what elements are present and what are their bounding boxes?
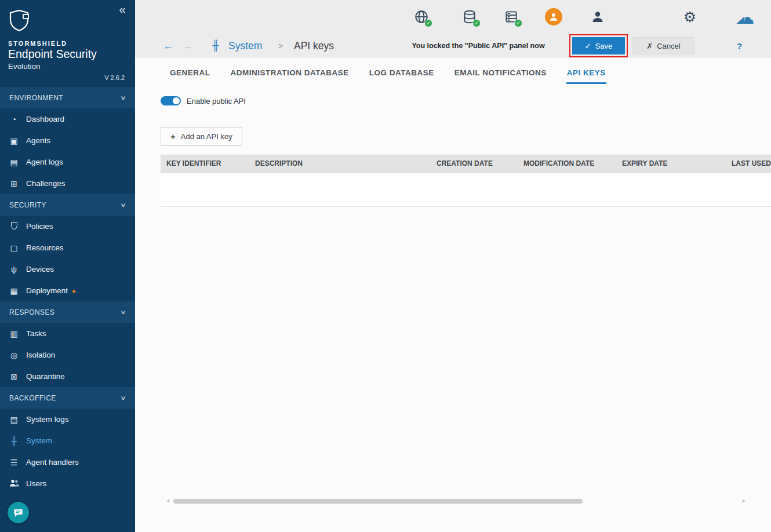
column-modification-date[interactable]: MODIFICATION DATE [523,155,594,172]
sidebar-item-devices[interactable]: ψ Devices [0,258,135,280]
users-icon [9,479,19,488]
isolation-icon: ◎ [9,351,19,359]
section-label: SECURITY [9,201,46,209]
column-key-identifier[interactable]: KEY IDENTIFIER [166,155,221,172]
column-expiry-date[interactable]: EXPIRY DATE [622,155,667,172]
deployment-notification-dot: ● [72,287,76,294]
chevron-down-icon: ∨ [120,309,127,315]
shield-icon [9,222,19,231]
system-logs-icon: ▤ [9,416,19,424]
sidebar-item-challenges[interactable]: ⊞ Challenges [0,173,135,194]
column-last-used[interactable]: LAST USED [732,155,771,172]
sidebar-item-agent-handlers[interactable]: ☰ Agent handlers [0,451,135,473]
tab-api-keys[interactable]: API KEYS [566,65,606,84]
sidebar-item-label: Agent logs [26,158,63,166]
tab-general[interactable]: GENERAL [169,65,211,84]
quarantine-icon: ⊠ [9,373,19,381]
column-creation-date[interactable]: CREATION DATE [437,155,493,172]
feedback-chat-button[interactable] [8,502,29,523]
sidebar-item-agents[interactable]: ▣ Agents [0,130,135,151]
sidebar: « STORMSHIELD Endpoint Security Evolutio… [0,0,135,532]
status-ok-badge: ✓ [514,19,522,27]
sidebar-item-label: Quarantine [26,372,65,381]
tab-administration-database[interactable]: ADMINISTRATION DATABASE [230,65,350,84]
forward-arrow-icon[interactable]: → [183,40,193,52]
section-label: BACKOFFICE [9,394,56,402]
api-keys-panel: Enable public API + Add an API key KEY I… [135,96,771,207]
session-user-icon[interactable] [545,8,562,25]
section-label: ENVIRONMENT [9,94,63,102]
sidebar-section-environment[interactable]: ENVIRONMENT ∨ [0,87,135,108]
back-arrow-icon[interactable]: ← [163,40,173,52]
brand-version: V 2.6.2 [8,74,125,81]
speech-bubble-icon [13,508,23,518]
sidebar-item-label: Dashboard [26,115,64,123]
cancel-button[interactable]: ✗ Cancel [632,37,694,54]
server-status-icon[interactable]: ✓ [503,8,520,25]
sidebar-item-label: Policies [26,222,53,231]
save-button[interactable]: ✓ Save [572,37,625,54]
sidebar-item-label: System logs [26,415,69,424]
app-window: « STORMSHIELD Endpoint Security Evolutio… [0,0,771,532]
chevron-down-icon: ∨ [120,395,127,401]
agent-handlers-icon: ☰ [9,458,19,467]
sidebar-item-label: Challenges [26,179,66,188]
hscroll-thumb[interactable] [173,499,583,504]
hscroll-left-arrow[interactable]: ◄ [165,498,170,504]
brand-name: STORMSHIELD [8,40,127,47]
sidebar-item-users[interactable]: Users [0,473,135,494]
deployment-icon: ▦ [9,287,19,295]
breadcrumb-separator: > [278,41,283,50]
sidebar-item-label: Users [26,479,46,488]
sidebar-item-tasks[interactable]: ▥ Tasks [0,323,135,344]
topbar: ✓ ✓ ✓ [135,0,771,34]
tasks-icon: ▥ [9,330,19,338]
brand-edition: Evolution [8,62,127,71]
sidebar-item-label: Agent handlers [26,458,79,467]
user-icon[interactable] [589,8,606,25]
sidebar-item-dashboard[interactable]: ◔ Dashboard [0,108,135,130]
sidebar-item-agent-logs[interactable]: ▤ Agent logs [0,151,135,173]
settings-tabs: GENERAL ADMINISTRATION DATABASE LOG DATA… [169,65,771,84]
status-ok-badge: ✓ [424,19,432,27]
sidebar-item-label: Agents [26,136,50,145]
toggle-knob [173,97,180,104]
stormshield-logo-icon [8,8,30,32]
sidebar-section-responses[interactable]: RESPONSES ∨ [0,301,135,323]
sidebar-item-label: Isolation [26,351,55,359]
settings-gear-icon[interactable]: ⚙ [681,8,699,25]
help-icon[interactable]: ? [737,41,742,51]
table-header: KEY IDENTIFIER DESCRIPTION CREATION DATE… [161,155,771,173]
resources-icon: ▢ [9,244,19,252]
breadcrumb-root[interactable]: System [228,40,262,52]
cloud-icon[interactable]: ☁ ↑ [736,8,754,25]
collapse-sidebar-icon[interactable]: « [119,2,126,16]
add-api-key-button[interactable]: + Add an API key [161,127,242,146]
brand-block: STORMSHIELD Endpoint Security Evolution … [0,0,135,81]
sidebar-item-isolation[interactable]: ◎ Isolation [0,344,135,366]
enable-public-api-toggle[interactable] [161,96,181,105]
sidebar-item-deployment[interactable]: ▦ Deployment ● [0,280,135,301]
sidebar-item-resources[interactable]: ▢ Resources [0,237,135,258]
system-icon: ╫ [9,437,19,445]
system-sliders-icon: ╫ [212,40,219,52]
chevron-down-icon: ∨ [120,94,127,101]
database-status-icon[interactable]: ✓ [461,8,478,25]
sidebar-item-system-logs[interactable]: ▤ System logs [0,409,135,430]
breadcrumb-current: API keys [294,40,334,52]
sidebar-section-backoffice[interactable]: BACKOFFICE ∨ [0,387,135,409]
sidebar-item-system[interactable]: ╫ System [0,430,135,451]
tab-email-notifications[interactable]: EMAIL NOTIFICATIONS [454,65,547,84]
hscroll-right-arrow[interactable]: ► [741,498,747,504]
chevron-down-icon: ∨ [120,202,127,208]
tab-log-database[interactable]: LOG DATABASE [369,65,435,84]
section-label: RESPONSES [9,308,54,316]
column-description[interactable]: DESCRIPTION [255,155,303,172]
table-empty-body [161,173,771,207]
agent-logs-icon: ▤ [9,158,19,166]
web-status-icon[interactable]: ✓ [413,8,430,25]
sidebar-item-quarantine[interactable]: ⊠ Quarantine [0,366,135,387]
sidebar-section-security[interactable]: SECURITY ∨ [0,194,135,216]
sidebar-item-policies[interactable]: Policies [0,216,135,237]
sidebar-item-label: Tasks [26,329,46,338]
